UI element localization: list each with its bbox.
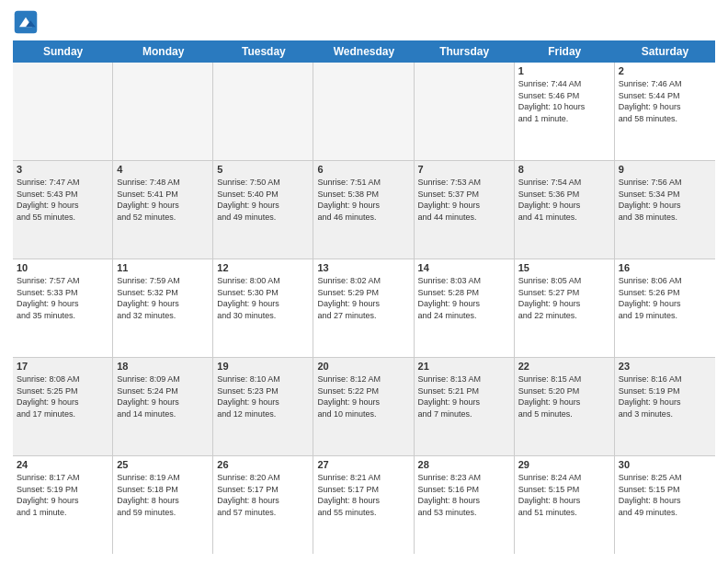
- cal-cell: 21Sunrise: 8:13 AM Sunset: 5:21 PM Dayli…: [415, 358, 515, 455]
- day-number: 22: [518, 361, 610, 372]
- header-day-wednesday: Wednesday: [313, 40, 414, 63]
- day-number: 14: [418, 262, 510, 273]
- cal-cell: 16Sunrise: 8:06 AM Sunset: 5:26 PM Dayli…: [615, 259, 715, 357]
- day-number: 8: [518, 164, 610, 175]
- cell-info: Sunrise: 8:05 AM Sunset: 5:27 PM Dayligh…: [518, 275, 610, 321]
- cell-info: Sunrise: 8:08 AM Sunset: 5:25 PM Dayligh…: [17, 373, 108, 419]
- day-number: 25: [117, 459, 209, 470]
- cell-info: Sunrise: 8:10 AM Sunset: 5:23 PM Dayligh…: [217, 373, 309, 419]
- cell-info: Sunrise: 8:17 AM Sunset: 5:19 PM Dayligh…: [17, 472, 108, 518]
- logo: [13, 9, 42, 35]
- cell-info: Sunrise: 7:56 AM Sunset: 5:34 PM Dayligh…: [619, 177, 711, 223]
- cal-cell: 6Sunrise: 7:51 AM Sunset: 5:38 PM Daylig…: [313, 161, 414, 259]
- cell-info: Sunrise: 8:19 AM Sunset: 5:18 PM Dayligh…: [117, 472, 209, 518]
- day-number: 29: [518, 459, 610, 470]
- day-number: 17: [17, 361, 108, 372]
- cal-row-1: 3Sunrise: 7:47 AM Sunset: 5:43 PM Daylig…: [13, 161, 715, 259]
- cal-cell: 29Sunrise: 8:24 AM Sunset: 5:15 PM Dayli…: [515, 456, 615, 554]
- cell-info: Sunrise: 7:59 AM Sunset: 5:32 PM Dayligh…: [117, 275, 209, 321]
- day-number: 27: [317, 459, 409, 470]
- cal-cell: 24Sunrise: 8:17 AM Sunset: 5:19 PM Dayli…: [13, 456, 113, 554]
- day-number: 15: [518, 262, 610, 273]
- cal-cell: 23Sunrise: 8:16 AM Sunset: 5:19 PM Dayli…: [615, 358, 715, 455]
- day-number: 16: [619, 262, 711, 273]
- cell-info: Sunrise: 7:48 AM Sunset: 5:41 PM Dayligh…: [117, 177, 209, 223]
- cell-info: Sunrise: 8:21 AM Sunset: 5:17 PM Dayligh…: [317, 472, 409, 518]
- day-number: 7: [418, 164, 510, 175]
- header-day-monday: Monday: [113, 40, 213, 63]
- cal-cell: 13Sunrise: 8:02 AM Sunset: 5:29 PM Dayli…: [313, 259, 414, 357]
- calendar: SundayMondayTuesdayWednesdayThursdayFrid…: [13, 40, 715, 554]
- cell-info: Sunrise: 7:51 AM Sunset: 5:38 PM Dayligh…: [317, 177, 409, 223]
- day-number: 13: [317, 262, 409, 273]
- cal-cell: [13, 63, 113, 160]
- cal-cell: 5Sunrise: 7:50 AM Sunset: 5:40 PM Daylig…: [213, 161, 313, 259]
- calendar-body: 1Sunrise: 7:44 AM Sunset: 5:46 PM Daylig…: [13, 63, 715, 554]
- calendar-header: SundayMondayTuesdayWednesdayThursdayFrid…: [13, 40, 715, 63]
- cal-cell: 4Sunrise: 7:48 AM Sunset: 5:41 PM Daylig…: [113, 161, 213, 259]
- cal-cell: 25Sunrise: 8:19 AM Sunset: 5:18 PM Dayli…: [113, 456, 213, 554]
- page: SundayMondayTuesdayWednesdayThursdayFrid…: [0, 0, 728, 563]
- cell-info: Sunrise: 7:50 AM Sunset: 5:40 PM Dayligh…: [217, 177, 309, 223]
- cell-info: Sunrise: 8:16 AM Sunset: 5:19 PM Dayligh…: [619, 373, 711, 419]
- day-number: 12: [217, 262, 309, 273]
- header-day-saturday: Saturday: [615, 40, 715, 63]
- cell-info: Sunrise: 8:13 AM Sunset: 5:21 PM Dayligh…: [418, 373, 510, 419]
- day-number: 1: [518, 65, 610, 76]
- cal-row-0: 1Sunrise: 7:44 AM Sunset: 5:46 PM Daylig…: [13, 63, 715, 161]
- cal-cell: 22Sunrise: 8:15 AM Sunset: 5:20 PM Dayli…: [515, 358, 615, 455]
- day-number: 4: [117, 164, 209, 175]
- day-number: 24: [17, 459, 108, 470]
- cell-info: Sunrise: 8:23 AM Sunset: 5:16 PM Dayligh…: [418, 472, 510, 518]
- cal-cell: 27Sunrise: 8:21 AM Sunset: 5:17 PM Dayli…: [313, 456, 414, 554]
- cal-cell: [113, 63, 213, 160]
- cal-cell: 8Sunrise: 7:54 AM Sunset: 5:36 PM Daylig…: [515, 161, 615, 259]
- day-number: 28: [418, 459, 510, 470]
- day-number: 2: [619, 65, 711, 76]
- day-number: 10: [17, 262, 108, 273]
- cal-cell: 30Sunrise: 8:25 AM Sunset: 5:15 PM Dayli…: [615, 456, 715, 554]
- cell-info: Sunrise: 8:25 AM Sunset: 5:15 PM Dayligh…: [619, 472, 711, 518]
- day-number: 6: [317, 164, 409, 175]
- cal-cell: 18Sunrise: 8:09 AM Sunset: 5:24 PM Dayli…: [113, 358, 213, 455]
- cell-info: Sunrise: 8:02 AM Sunset: 5:29 PM Dayligh…: [317, 275, 409, 321]
- cell-info: Sunrise: 7:53 AM Sunset: 5:37 PM Dayligh…: [418, 177, 510, 223]
- header-day-tuesday: Tuesday: [213, 40, 313, 63]
- cal-cell: 15Sunrise: 8:05 AM Sunset: 5:27 PM Dayli…: [515, 259, 615, 357]
- cell-info: Sunrise: 8:00 AM Sunset: 5:30 PM Dayligh…: [217, 275, 309, 321]
- cell-info: Sunrise: 7:44 AM Sunset: 5:46 PM Dayligh…: [518, 78, 610, 124]
- cal-cell: 10Sunrise: 7:57 AM Sunset: 5:33 PM Dayli…: [13, 259, 113, 357]
- cell-info: Sunrise: 7:57 AM Sunset: 5:33 PM Dayligh…: [17, 275, 108, 321]
- day-number: 11: [117, 262, 209, 273]
- day-number: 30: [619, 459, 711, 470]
- logo-icon: [13, 9, 39, 35]
- header-day-thursday: Thursday: [415, 40, 515, 63]
- day-number: 18: [117, 361, 209, 372]
- cal-cell: 17Sunrise: 8:08 AM Sunset: 5:25 PM Dayli…: [13, 358, 113, 455]
- day-number: 19: [217, 361, 309, 372]
- cal-cell: 7Sunrise: 7:53 AM Sunset: 5:37 PM Daylig…: [415, 161, 515, 259]
- cell-info: Sunrise: 7:54 AM Sunset: 5:36 PM Dayligh…: [518, 177, 610, 223]
- cal-cell: 19Sunrise: 8:10 AM Sunset: 5:23 PM Dayli…: [213, 358, 313, 455]
- cell-info: Sunrise: 8:15 AM Sunset: 5:20 PM Dayligh…: [518, 373, 610, 419]
- day-number: 5: [217, 164, 309, 175]
- cal-cell: 3Sunrise: 7:47 AM Sunset: 5:43 PM Daylig…: [13, 161, 113, 259]
- cal-cell: 26Sunrise: 8:20 AM Sunset: 5:17 PM Dayli…: [213, 456, 313, 554]
- day-number: 26: [217, 459, 309, 470]
- cal-cell: 2Sunrise: 7:46 AM Sunset: 5:44 PM Daylig…: [615, 63, 715, 160]
- cal-cell: [313, 63, 414, 160]
- cell-info: Sunrise: 8:06 AM Sunset: 5:26 PM Dayligh…: [619, 275, 711, 321]
- header: [13, 9, 715, 35]
- cal-cell: [213, 63, 313, 160]
- cal-cell: 11Sunrise: 7:59 AM Sunset: 5:32 PM Dayli…: [113, 259, 213, 357]
- cal-cell: 14Sunrise: 8:03 AM Sunset: 5:28 PM Dayli…: [415, 259, 515, 357]
- day-number: 20: [317, 361, 409, 372]
- day-number: 3: [17, 164, 108, 175]
- cal-row-4: 24Sunrise: 8:17 AM Sunset: 5:19 PM Dayli…: [13, 456, 715, 554]
- day-number: 23: [619, 361, 711, 372]
- day-number: 21: [418, 361, 510, 372]
- cell-info: Sunrise: 8:20 AM Sunset: 5:17 PM Dayligh…: [217, 472, 309, 518]
- header-day-friday: Friday: [515, 40, 615, 63]
- cell-info: Sunrise: 7:46 AM Sunset: 5:44 PM Dayligh…: [619, 78, 711, 124]
- cell-info: Sunrise: 8:12 AM Sunset: 5:22 PM Dayligh…: [317, 373, 409, 419]
